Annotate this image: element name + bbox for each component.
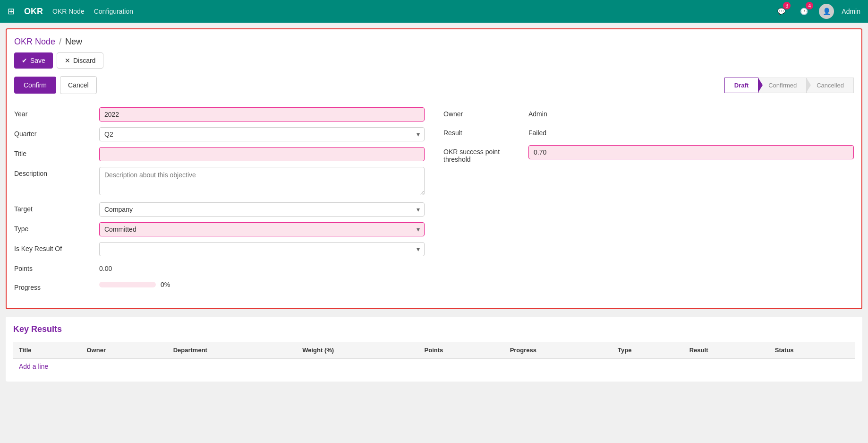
target-select-wrapper: Company Department Individual [99, 202, 425, 217]
threshold-label: OKR success point threshold [443, 145, 528, 163]
activities-badge[interactable]: 🕐 4 [796, 4, 811, 19]
year-label: Year [14, 107, 99, 118]
quarter-select[interactable]: Q2 Q1 Q3 Q4 [99, 127, 425, 141]
key-results-section: Key Results Title Owner Department Weigh… [6, 317, 862, 382]
col-type: Type [612, 342, 684, 359]
points-display: 0.00 [99, 262, 425, 275]
breadcrumb-current: New [65, 37, 82, 47]
type-select[interactable]: Committed Aspirational [99, 222, 425, 236]
year-input[interactable] [99, 107, 425, 122]
result-field-row: Result Failed [443, 126, 854, 139]
threshold-value [528, 145, 854, 159]
navbar: ⊞ OKR OKR Node Configuration 💬 3 🕐 4 👤 A… [0, 0, 868, 23]
result-display: Failed [528, 126, 854, 139]
result-label: Result [443, 126, 528, 137]
breadcrumb-separator: / [59, 37, 61, 47]
table-header: Title Owner Department Weight (%) Points… [13, 342, 855, 359]
key-result-of-label: Is Key Result Of [14, 242, 99, 252]
owner-label: Owner [443, 107, 528, 118]
navbar-menu-okr-node[interactable]: OKR Node [52, 8, 85, 15]
cancel-button[interactable]: Cancel [60, 76, 97, 94]
owner-value: Admin [528, 107, 854, 121]
type-field-row: Type Committed Aspirational [14, 222, 425, 236]
save-button[interactable]: ✔ Save [14, 52, 53, 69]
messages-badge[interactable]: 💬 3 [774, 4, 789, 19]
threshold-input[interactable] [528, 145, 854, 159]
table-header-row: Title Owner Department Weight (%) Points… [13, 342, 855, 359]
progress-value: 0% [99, 281, 425, 288]
progress-field-row: Progress 0% [14, 281, 425, 291]
key-result-of-select[interactable] [99, 242, 425, 256]
col-owner: Owner [81, 342, 168, 359]
col-result: Result [684, 342, 769, 359]
navbar-right: 💬 3 🕐 4 👤 Admin [774, 4, 860, 19]
progress-label: Progress [14, 281, 99, 291]
breadcrumb-link[interactable]: OKR Node [14, 37, 55, 47]
target-field-row: Target Company Department Individual [14, 202, 425, 217]
key-result-of-field-row: Is Key Result Of [14, 242, 425, 256]
progress-percent-label: 0% [161, 281, 170, 288]
target-value: Company Department Individual [99, 202, 425, 217]
key-results-title: Key Results [13, 324, 855, 334]
discard-label: Discard [73, 57, 95, 64]
description-field-row: Description [14, 167, 425, 197]
progress-bar-track [99, 282, 156, 287]
col-points: Points [419, 342, 504, 359]
title-value [99, 147, 425, 161]
progress-bar-container: 0% [99, 281, 425, 288]
threshold-field-row: OKR success point threshold [443, 145, 854, 163]
quarter-select-wrapper: Q2 Q1 Q3 Q4 [99, 127, 425, 141]
form-left: Year Quarter Q2 Q1 Q3 Q4 [14, 104, 425, 301]
owner-display: Admin [528, 107, 854, 121]
points-value: 0.00 [99, 262, 425, 275]
user-avatar[interactable]: 👤 [819, 4, 834, 19]
year-field-row: Year [14, 107, 425, 122]
form-grid: Year Quarter Q2 Q1 Q3 Q4 [14, 104, 854, 301]
col-title: Title [13, 342, 81, 359]
quarter-value: Q2 Q1 Q3 Q4 [99, 127, 425, 141]
form-right: Owner Admin Result Failed OKR success po… [443, 104, 854, 301]
navbar-menu: OKR Node Configuration [52, 8, 764, 15]
key-result-of-value [99, 242, 425, 256]
confirm-button[interactable]: Confirm [14, 77, 56, 94]
year-value [99, 107, 425, 122]
status-step-confirmed[interactable]: Confirmed [758, 78, 807, 93]
title-label: Title [14, 147, 99, 157]
username-label: Admin [842, 8, 860, 15]
quarter-field-row: Quarter Q2 Q1 Q3 Q4 [14, 127, 425, 141]
col-status: Status [769, 342, 855, 359]
activities-count: 4 [806, 2, 813, 9]
title-field-row: Title [14, 147, 425, 161]
avatar-icon: 👤 [823, 8, 831, 15]
target-select[interactable]: Company Department Individual [99, 202, 425, 217]
form-card: OKR Node / New ✔ Save ✕ Discard Confirm … [6, 28, 862, 309]
type-value: Committed Aspirational [99, 222, 425, 236]
action-buttons: ✔ Save ✕ Discard [14, 52, 854, 69]
check-icon: ✔ [22, 57, 27, 64]
close-icon: ✕ [65, 57, 70, 64]
status-step-draft[interactable]: Draft [724, 78, 758, 93]
description-textarea[interactable] [99, 167, 425, 195]
points-field-row: Points 0.00 [14, 262, 425, 275]
col-weight: Weight (%) [297, 342, 418, 359]
description-label: Description [14, 167, 99, 177]
description-value [99, 167, 425, 197]
result-value: Failed [528, 126, 854, 139]
quarter-label: Quarter [14, 127, 99, 138]
breadcrumb: OKR Node / New [14, 37, 854, 47]
app-grid-icon[interactable]: ⊞ [8, 6, 15, 17]
target-label: Target [14, 202, 99, 213]
col-department: Department [168, 342, 297, 359]
type-select-wrapper: Committed Aspirational [99, 222, 425, 236]
key-result-of-select-wrapper [99, 242, 425, 256]
app-title: OKR [24, 7, 43, 17]
add-line-button[interactable]: Add a line [13, 359, 54, 374]
navbar-menu-configuration[interactable]: Configuration [94, 8, 133, 15]
discard-button[interactable]: ✕ Discard [57, 52, 103, 69]
title-input[interactable] [99, 147, 425, 161]
status-step-cancelled[interactable]: Cancelled [807, 78, 854, 93]
type-label: Type [14, 222, 99, 233]
key-results-table: Title Owner Department Weight (%) Points… [13, 342, 855, 359]
status-bar: Confirm Cancel Draft Confirmed Cancelled [14, 76, 854, 94]
owner-field-row: Owner Admin [443, 107, 854, 121]
